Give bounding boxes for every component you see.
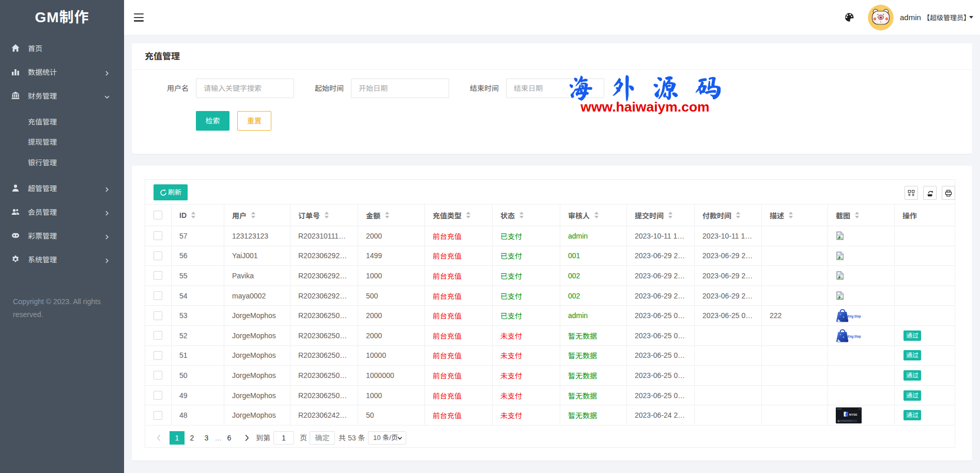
- svg-text:NYSE: NYSE: [849, 413, 858, 416]
- svg-text:King Shop: King Shop: [848, 335, 861, 339]
- svg-text:King Shop: King Shop: [848, 314, 861, 319]
